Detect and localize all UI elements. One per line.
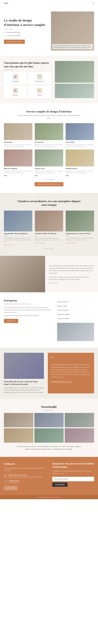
room-link-3[interactable]: VOIR LE LIEN <box>66 242 76 244</box>
company-image <box>57 323 94 341</box>
room-img-3 <box>66 210 94 232</box>
room-link-1[interactable]: VOIR LE LIEN <box>4 244 14 246</box>
nos-travaux-img <box>35 123 63 140</box>
we-think-section: Nous pensons que les plus beaux espaces … <box>0 56 98 103</box>
footer-copyright: © 2023 Studio Design. Tous droits réserv… <box>38 496 61 498</box>
testimonial-read-more[interactable]: APPRENDRE ENCORE PLUS <box>51 381 72 383</box>
projets-icon: 📁 <box>37 88 42 93</box>
service-cta-button[interactable]: DÉCOUVREZ ENCORE PLUS <box>35 182 63 186</box>
espaces-img <box>35 150 63 166</box>
notre-vision-sample: Sample text. Click to select the text bo… <box>66 144 94 148</box>
projets-label: Projets <box>30 94 49 96</box>
service-item-3: Gestion de projet <box>57 308 94 312</box>
contacts-title: Contacts <box>4 462 46 466</box>
meubles-price: from <box>66 175 69 176</box>
grid-item-conception: ⚙ Conception <box>4 72 27 84</box>
newsletter-email-input[interactable] <box>52 477 94 481</box>
espaces-price: from <box>35 175 38 176</box>
room-title-2: Chambre Double de Chaussée <box>35 232 63 234</box>
portfolio-grid <box>4 413 94 443</box>
hero-bullet-1: • Deux auto-desirs aqu <box>6 31 47 34</box>
we-think-title: Nous pensons que les plus beaux espaces … <box>4 61 51 68</box>
quote-text: « Je pense qu'un bon designer est un con… <box>51 364 91 378</box>
company-right: Design d'intérieur Équipe e clienti Gest… <box>57 299 94 341</box>
company-cta-button[interactable]: LIRE PLUS <box>4 319 18 323</box>
portfolio-title: Portefeuille <box>4 405 94 409</box>
contacts-cta-button[interactable]: LIRE PLUS <box>4 486 17 490</box>
contacts-desc: Natus voluptatem labore nisi nulla corpo… <box>4 467 46 472</box>
phone-icon: 📞 <box>4 480 7 483</box>
logo[interactable]: logo <box>4 2 8 4</box>
testimonial-left-title: Nous offrons des travaux à toutes les ét… <box>4 380 44 386</box>
testimonial-right: " « Je pense qu'un bon designer est un c… <box>48 353 94 394</box>
room-size-2: 33 m² <box>35 235 63 237</box>
hero-bullet-2: • +13 autres ap possibil <box>6 34 47 37</box>
services-list: Design d'intérieur Équipe e clienti Gest… <box>57 300 94 321</box>
service-row-1: Nouveautés Sample text. Click to select … <box>4 123 94 148</box>
we-think-image-label: Image de l'équipe <box>4 69 51 70</box>
bureau-title: Bureau à domicile <box>4 168 32 170</box>
section3-image-label: Image de l'équipe <box>4 179 94 180</box>
bureau-sample: Sample text. Click to select the text bo… <box>4 170 32 174</box>
contacts-left: Contacts Natus voluptatem labore nisi nu… <box>4 462 46 490</box>
bureau-price: from <box>4 175 7 176</box>
conception-label: Conception <box>6 80 25 82</box>
portfolio-item-6 <box>65 428 94 443</box>
contact-phone: 📞 Téléphone (Pro) +33 00 00 00 00 00 <box>4 480 46 483</box>
menu-icon[interactable]: ≡ <box>93 2 94 4</box>
newsletter-title: Enregistrez-vous pour recevoir le bullet… <box>52 462 94 468</box>
mood-section: Natus voluptatem labore nisi nulla corpo… <box>0 256 98 292</box>
grid-item-projets: 📁 Projets <box>28 86 51 98</box>
mood-text: Natus voluptatem labore nisi nulla corpo… <box>45 256 98 292</box>
planification-icon: 📋 <box>37 74 42 79</box>
service-item-4: Rénovation créative <box>57 312 94 316</box>
mood-para1: Natus voluptatem labore nisi nulla corpo… <box>49 264 94 274</box>
mood-image-label: Image de l'équipe <box>49 282 94 284</box>
we-think-img1 <box>55 61 94 82</box>
testimonial-img <box>4 353 44 379</box>
address-label: Emplacement de notre bureau <box>9 474 42 476</box>
interieur-label: Intérieur <box>6 94 25 96</box>
room-desc-3: Appartement d'époque d'Aix-en avec de jo… <box>66 237 94 241</box>
contact-address: 📍 Emplacement de notre bureau Natus volu… <box>4 474 46 478</box>
grid-item-planification: 📋 Planification <box>28 72 51 84</box>
newsletter-submit-button[interactable]: S'INSCRIRE <box>52 482 68 487</box>
portfolio-image-label: Image de l'équipe <box>4 410 94 411</box>
service-item-2: Équipe e clienti <box>57 304 94 308</box>
hero-bullets: • Deux auto-desirs aqu • +13 autres ap p… <box>6 31 47 37</box>
room-img-2 <box>35 210 63 232</box>
company-title: Entreprise <box>4 299 52 302</box>
service-item-5: À propos du studio <box>57 316 94 321</box>
notre-vision-title: Notre vision <box>66 141 94 143</box>
interior-service-title: Service complet de design d'intérieur <box>4 110 94 113</box>
portfolio-item-5 <box>34 428 64 443</box>
quote-mark: " <box>51 357 91 361</box>
room-card-2: Chambre Double de Chaussée 33 m² Dans la… <box>35 210 63 246</box>
room-img-1 <box>4 210 32 232</box>
service-item-1: Design d'intérieur <box>57 300 94 304</box>
rooms-section: Chambres extraordinaires avec une atmosp… <box>0 193 98 256</box>
room-size-3: 76 m² <box>66 235 94 237</box>
espaces-sample: Sample text. Click to select the text bo… <box>35 170 63 174</box>
nouveautes-title: Nouveautés <box>4 141 32 143</box>
room-size-1: 44 m² <box>4 235 32 237</box>
grid-item-interieur: 🏠 Intérieur <box>4 86 27 98</box>
rooms-image-label: Image de l'équipe <box>4 248 94 249</box>
rooms-grid: Appartement · Rez-de-Chaussée 44 m² Un a… <box>4 210 94 246</box>
room-desc-1: Un appartement clé en main double avec l… <box>4 237 32 243</box>
footer-bar: © 2023 Studio Design. Tous droits réserv… <box>0 495 98 499</box>
bureau-img <box>4 150 32 166</box>
services-grid: ⚙ Conception 📋 Planification 🏠 Intérieur… <box>4 72 51 98</box>
we-think-right <box>55 61 94 98</box>
we-think-img2 <box>55 84 94 98</box>
nos-travaux-title: Nos travaux <box>35 141 63 143</box>
hero-cta-button[interactable]: CONTACTEZ-NOUS <box>4 40 25 44</box>
contacts-section: Contacts Natus voluptatem labore nisi nu… <box>0 457 98 495</box>
room-link-2[interactable]: VOIR LE LIEN <box>35 242 45 244</box>
card-espaces: Espaces Cosy Sample text. Click to selec… <box>35 150 63 176</box>
portfolio-description: Forts d'une expérience dans les secteurs… <box>16 445 82 450</box>
phone-label: Téléphone (Pro) <box>9 480 20 481</box>
service-row-2: Bureau à domicile Sample text. Click to … <box>4 150 94 176</box>
rooms-title: Chambres extraordinaires avec une atmosp… <box>16 200 82 207</box>
hero-image-label: Image de l'équipe <box>4 28 47 30</box>
